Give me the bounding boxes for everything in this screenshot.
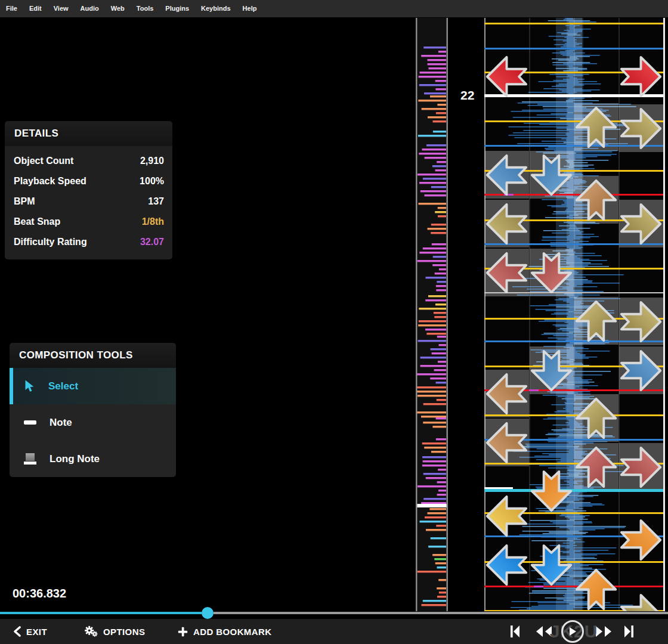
note-arrow-up[interactable] — [575, 568, 617, 611]
note-arrow-left[interactable] — [485, 495, 528, 537]
detail-label: Beat Snap — [14, 216, 60, 227]
note-arrow-up[interactable] — [575, 106, 617, 148]
note-arrow-right[interactable] — [620, 301, 662, 343]
note-arrow-left[interactable] — [485, 55, 528, 98]
detail-row-bpm: BPM 137 — [5, 191, 172, 212]
note-arrow-right[interactable] — [620, 55, 662, 98]
note-arrow-left[interactable] — [485, 373, 528, 415]
note-arrow-up[interactable] — [575, 397, 617, 439]
options-button[interactable]: OPTIONS — [85, 619, 145, 644]
tool-label: Long Note — [50, 453, 100, 465]
exit-label: EXIT — [26, 627, 47, 637]
note-arrow-up[interactable] — [575, 446, 617, 488]
cursor-icon — [24, 380, 35, 392]
detail-value: 32.07 — [140, 237, 164, 247]
composition-tools-panel: COMPOSITION TOOLS Select Note Long Note — [10, 343, 176, 477]
minimap-bars — [416, 18, 448, 611]
detail-value: 1/8th — [142, 216, 164, 227]
menu-plugins[interactable]: Plugins — [159, 0, 195, 17]
menu-help[interactable]: Help — [237, 0, 263, 17]
tool-long-note[interactable]: Long Note — [10, 441, 176, 477]
note-arrow-right[interactable] — [620, 593, 662, 611]
composition-tools-title: COMPOSITION TOOLS — [10, 343, 176, 368]
note-arrow-up[interactable] — [575, 300, 617, 342]
note-arrow-down[interactable] — [530, 544, 573, 586]
play-icon — [568, 627, 577, 636]
map-editor-window: { "accent_color": "#3bc7e8", "menu_bar":… — [0, 0, 668, 644]
seek-bar-remaining[interactable] — [214, 612, 668, 614]
menu-file[interactable]: File — [0, 0, 23, 17]
plus-icon — [178, 627, 188, 637]
menu-tools[interactable]: Tools — [131, 0, 160, 17]
playfield[interactable] — [484, 18, 663, 611]
long-note-icon — [24, 453, 36, 465]
seek-bar-elapsed[interactable] — [0, 612, 202, 614]
note-arrow-left[interactable] — [485, 154, 528, 196]
tool-label: Note — [50, 417, 72, 429]
half-timing-line — [484, 48, 663, 49]
detail-label: Difficulty Rating — [14, 237, 87, 247]
note-arrow-left[interactable] — [485, 252, 528, 294]
menu-view[interactable]: View — [48, 0, 75, 17]
song-minimap[interactable] — [416, 18, 448, 611]
options-label: OPTIONS — [103, 627, 145, 637]
detail-row-beat-snap: Beat Snap 1/8th — [5, 212, 172, 232]
menu-keybinds[interactable]: Keybinds — [195, 0, 237, 17]
beat-timing-line — [484, 23, 663, 24]
details-panel: DETAILS Object Count 2,910 Playback Spee… — [5, 121, 172, 259]
tool-select[interactable]: Select — [10, 368, 176, 404]
detail-value: 137 — [148, 196, 164, 207]
note-arrow-right[interactable] — [620, 107, 662, 150]
note-arrow-down[interactable] — [530, 470, 573, 512]
current-time: 00:36.832 — [13, 587, 66, 600]
skip-to-start-button[interactable] — [510, 625, 520, 638]
playfield-right-border — [663, 18, 665, 611]
details-panel-title: DETAILS — [5, 121, 172, 146]
note-arrow-down[interactable] — [530, 349, 573, 392]
detail-value: 2,910 — [140, 156, 164, 166]
detail-label: Playback Speed — [14, 176, 86, 187]
bottom-toolbar: EXIT OPTIONS — [0, 619, 668, 644]
seek-handle[interactable] — [202, 607, 214, 619]
note-arrow-left[interactable] — [485, 203, 528, 245]
composition-tools-body: Select Note Long Note — [10, 368, 176, 477]
detail-row-difficulty-rating: Difficulty Rating 32.07 — [5, 232, 172, 252]
column-separator — [529, 18, 530, 611]
add-bookmark-label: ADD BOOKMARK — [193, 627, 271, 637]
detail-row-playback-speed: Playback Speed 100% — [5, 171, 172, 191]
play-button[interactable] — [561, 620, 584, 643]
measure-number: 22 — [460, 88, 474, 103]
note-arrow-right[interactable] — [620, 203, 662, 245]
note-arrow-right[interactable] — [620, 519, 662, 561]
exit-button[interactable]: EXIT — [13, 619, 47, 644]
menu-bar: File Edit View Audio Web Tools Plugins K… — [0, 0, 668, 17]
note-arrow-up[interactable] — [575, 179, 617, 221]
detail-label: BPM — [14, 196, 35, 207]
skip-to-end-button[interactable] — [624, 625, 634, 638]
tool-label: Select — [48, 380, 78, 392]
note-arrow-right[interactable] — [620, 446, 662, 488]
sv-timing-line — [484, 489, 663, 492]
detail-row-object-count: Object Count 2,910 — [5, 151, 172, 171]
note-arrow-right[interactable] — [620, 349, 662, 392]
detail-value: 100% — [140, 176, 164, 187]
gears-icon — [85, 626, 98, 637]
measure-line-segment — [484, 487, 513, 489]
note-arrow-left[interactable] — [485, 422, 528, 464]
details-panel-body: Object Count 2,910 Playback Speed 100% B… — [5, 146, 172, 259]
chevron-left-icon — [13, 626, 21, 637]
note-icon — [24, 420, 36, 425]
tool-note[interactable]: Note — [10, 404, 176, 441]
note-arrow-down[interactable] — [530, 154, 573, 196]
note-arrow-left[interactable] — [485, 544, 528, 586]
menu-edit[interactable]: Edit — [23, 0, 48, 17]
menu-audio[interactable]: Audio — [75, 0, 105, 17]
detail-label: Object Count — [14, 156, 73, 166]
add-bookmark-button[interactable]: ADD BOOKMARK — [178, 619, 271, 644]
note-arrow-down[interactable] — [530, 252, 573, 294]
menu-web[interactable]: Web — [105, 0, 131, 17]
